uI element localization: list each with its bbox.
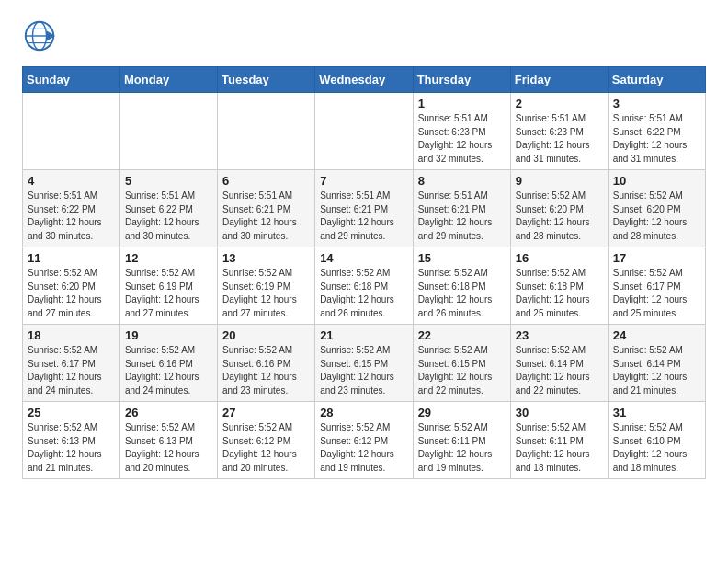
day-info: Sunrise: 5:52 AM Sunset: 6:19 PM Dayligh… bbox=[222, 267, 310, 320]
day-number: 9 bbox=[516, 174, 603, 188]
calendar-cell: 1Sunrise: 5:51 AM Sunset: 6:23 PM Daylig… bbox=[413, 93, 510, 170]
day-info: Sunrise: 5:52 AM Sunset: 6:17 PM Dayligh… bbox=[613, 267, 700, 320]
day-info: Sunrise: 5:51 AM Sunset: 6:21 PM Dayligh… bbox=[222, 190, 310, 243]
day-number: 25 bbox=[28, 406, 115, 419]
logo-icon bbox=[22, 18, 57, 53]
day-number: 14 bbox=[320, 251, 407, 265]
header bbox=[22, 18, 706, 53]
calendar-cell: 27Sunrise: 5:52 AM Sunset: 6:12 PM Dayli… bbox=[218, 402, 315, 479]
calendar-cell: 31Sunrise: 5:52 AM Sunset: 6:10 PM Dayli… bbox=[608, 402, 705, 479]
day-info: Sunrise: 5:52 AM Sunset: 6:15 PM Dayligh… bbox=[320, 344, 407, 397]
calendar-cell: 18Sunrise: 5:52 AM Sunset: 6:17 PM Dayli… bbox=[23, 325, 120, 402]
day-number: 12 bbox=[125, 251, 212, 265]
page: SundayMondayTuesdayWednesdayThursdayFrid… bbox=[0, 0, 728, 498]
calendar-cell: 3Sunrise: 5:51 AM Sunset: 6:22 PM Daylig… bbox=[608, 93, 705, 170]
day-of-week-header: Thursday bbox=[413, 67, 510, 93]
calendar-cell: 24Sunrise: 5:52 AM Sunset: 6:14 PM Dayli… bbox=[608, 325, 705, 402]
day-info: Sunrise: 5:52 AM Sunset: 6:19 PM Dayligh… bbox=[125, 267, 212, 320]
day-info: Sunrise: 5:51 AM Sunset: 6:22 PM Dayligh… bbox=[613, 112, 700, 166]
day-info: Sunrise: 5:51 AM Sunset: 6:22 PM Dayligh… bbox=[28, 190, 115, 243]
day-number: 24 bbox=[613, 328, 700, 342]
day-number: 10 bbox=[613, 174, 700, 188]
calendar-cell: 10Sunrise: 5:52 AM Sunset: 6:20 PM Dayli… bbox=[608, 170, 705, 247]
day-info: Sunrise: 5:52 AM Sunset: 6:20 PM Dayligh… bbox=[613, 190, 700, 243]
day-number: 13 bbox=[222, 251, 310, 265]
day-info: Sunrise: 5:52 AM Sunset: 6:14 PM Dayligh… bbox=[613, 344, 700, 397]
calendar-cell: 11Sunrise: 5:52 AM Sunset: 6:20 PM Dayli… bbox=[23, 247, 120, 325]
day-info: Sunrise: 5:52 AM Sunset: 6:17 PM Dayligh… bbox=[28, 344, 115, 397]
calendar-cell: 2Sunrise: 5:51 AM Sunset: 6:23 PM Daylig… bbox=[510, 93, 608, 170]
day-info: Sunrise: 5:52 AM Sunset: 6:18 PM Dayligh… bbox=[320, 267, 407, 320]
calendar-week-row: 11Sunrise: 5:52 AM Sunset: 6:20 PM Dayli… bbox=[23, 247, 706, 325]
day-number: 1 bbox=[418, 97, 506, 110]
calendar-cell: 21Sunrise: 5:52 AM Sunset: 6:15 PM Dayli… bbox=[315, 325, 413, 402]
calendar-cell: 12Sunrise: 5:52 AM Sunset: 6:19 PM Dayli… bbox=[120, 247, 218, 325]
day-number: 29 bbox=[418, 406, 506, 419]
calendar-cell: 22Sunrise: 5:52 AM Sunset: 6:15 PM Dayli… bbox=[413, 325, 510, 402]
day-number: 17 bbox=[613, 251, 700, 265]
day-number: 31 bbox=[613, 406, 700, 419]
day-info: Sunrise: 5:52 AM Sunset: 6:11 PM Dayligh… bbox=[516, 421, 603, 475]
calendar-cell: 16Sunrise: 5:52 AM Sunset: 6:18 PM Dayli… bbox=[510, 247, 608, 325]
day-number: 23 bbox=[516, 328, 603, 342]
calendar-cell bbox=[315, 93, 413, 170]
calendar-cell: 26Sunrise: 5:52 AM Sunset: 6:13 PM Dayli… bbox=[120, 402, 218, 479]
day-info: Sunrise: 5:51 AM Sunset: 6:21 PM Dayligh… bbox=[320, 190, 407, 243]
day-info: Sunrise: 5:52 AM Sunset: 6:15 PM Dayligh… bbox=[418, 344, 506, 397]
day-number: 5 bbox=[125, 174, 212, 188]
day-number: 28 bbox=[320, 406, 407, 419]
calendar-week-row: 18Sunrise: 5:52 AM Sunset: 6:17 PM Dayli… bbox=[23, 325, 706, 402]
svg-marker-5 bbox=[47, 30, 56, 40]
day-info: Sunrise: 5:52 AM Sunset: 6:12 PM Dayligh… bbox=[320, 421, 407, 475]
day-number: 21 bbox=[320, 328, 407, 342]
day-number: 27 bbox=[222, 406, 310, 419]
calendar-cell: 7Sunrise: 5:51 AM Sunset: 6:21 PM Daylig… bbox=[315, 170, 413, 247]
calendar-cell: 9Sunrise: 5:52 AM Sunset: 6:20 PM Daylig… bbox=[510, 170, 608, 247]
calendar-cell bbox=[120, 93, 218, 170]
day-info: Sunrise: 5:52 AM Sunset: 6:16 PM Dayligh… bbox=[222, 344, 310, 397]
calendar-cell: 17Sunrise: 5:52 AM Sunset: 6:17 PM Dayli… bbox=[608, 247, 705, 325]
calendar-cell: 25Sunrise: 5:52 AM Sunset: 6:13 PM Dayli… bbox=[23, 402, 120, 479]
day-of-week-header: Tuesday bbox=[218, 67, 315, 93]
calendar-cell: 19Sunrise: 5:52 AM Sunset: 6:16 PM Dayli… bbox=[120, 325, 218, 402]
calendar-cell: 14Sunrise: 5:52 AM Sunset: 6:18 PM Dayli… bbox=[315, 247, 413, 325]
day-info: Sunrise: 5:52 AM Sunset: 6:20 PM Dayligh… bbox=[516, 190, 603, 243]
day-number: 26 bbox=[125, 406, 212, 419]
day-number: 3 bbox=[613, 97, 700, 110]
calendar-cell: 20Sunrise: 5:52 AM Sunset: 6:16 PM Dayli… bbox=[218, 325, 315, 402]
day-number: 20 bbox=[222, 328, 310, 342]
day-number: 8 bbox=[418, 174, 506, 188]
logo bbox=[22, 18, 57, 53]
calendar-week-row: 4Sunrise: 5:51 AM Sunset: 6:22 PM Daylig… bbox=[23, 170, 706, 247]
day-info: Sunrise: 5:52 AM Sunset: 6:12 PM Dayligh… bbox=[222, 421, 310, 475]
day-number: 11 bbox=[28, 251, 115, 265]
day-info: Sunrise: 5:52 AM Sunset: 6:11 PM Dayligh… bbox=[418, 421, 506, 475]
day-of-week-header: Wednesday bbox=[315, 67, 413, 93]
day-number: 30 bbox=[516, 406, 603, 419]
calendar-cell: 8Sunrise: 5:51 AM Sunset: 6:21 PM Daylig… bbox=[413, 170, 510, 247]
calendar-header-row: SundayMondayTuesdayWednesdayThursdayFrid… bbox=[23, 67, 706, 93]
day-number: 18 bbox=[28, 328, 115, 342]
calendar-cell: 15Sunrise: 5:52 AM Sunset: 6:18 PM Dayli… bbox=[413, 247, 510, 325]
day-number: 7 bbox=[320, 174, 407, 188]
calendar-cell: 23Sunrise: 5:52 AM Sunset: 6:14 PM Dayli… bbox=[510, 325, 608, 402]
day-of-week-header: Monday bbox=[120, 67, 218, 93]
day-info: Sunrise: 5:52 AM Sunset: 6:18 PM Dayligh… bbox=[418, 267, 506, 320]
calendar-week-row: 25Sunrise: 5:52 AM Sunset: 6:13 PM Dayli… bbox=[23, 402, 706, 479]
day-number: 19 bbox=[125, 328, 212, 342]
day-info: Sunrise: 5:52 AM Sunset: 6:20 PM Dayligh… bbox=[28, 267, 115, 320]
day-number: 16 bbox=[516, 251, 603, 265]
day-info: Sunrise: 5:51 AM Sunset: 6:22 PM Dayligh… bbox=[125, 190, 212, 243]
calendar-cell: 4Sunrise: 5:51 AM Sunset: 6:22 PM Daylig… bbox=[23, 170, 120, 247]
calendar-cell bbox=[23, 93, 120, 170]
calendar-cell: 6Sunrise: 5:51 AM Sunset: 6:21 PM Daylig… bbox=[218, 170, 315, 247]
calendar-cell: 29Sunrise: 5:52 AM Sunset: 6:11 PM Dayli… bbox=[413, 402, 510, 479]
calendar-cell: 13Sunrise: 5:52 AM Sunset: 6:19 PM Dayli… bbox=[218, 247, 315, 325]
day-of-week-header: Sunday bbox=[23, 67, 120, 93]
day-of-week-header: Saturday bbox=[608, 67, 705, 93]
day-info: Sunrise: 5:51 AM Sunset: 6:23 PM Dayligh… bbox=[418, 112, 506, 166]
calendar-table: SundayMondayTuesdayWednesdayThursdayFrid… bbox=[22, 66, 706, 479]
day-of-week-header: Friday bbox=[510, 67, 608, 93]
day-number: 6 bbox=[222, 174, 310, 188]
day-info: Sunrise: 5:51 AM Sunset: 6:23 PM Dayligh… bbox=[516, 112, 603, 166]
